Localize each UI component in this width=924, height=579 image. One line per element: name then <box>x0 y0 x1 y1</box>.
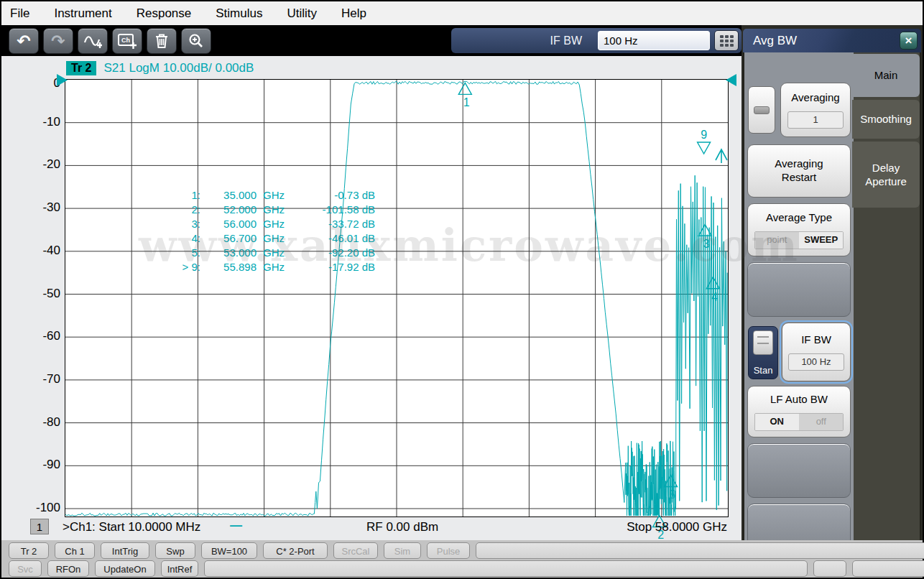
channel-status-line: 1 >Ch1: Start 10.0000 MHz — RF 0.00 dBm … <box>1 517 741 539</box>
trace-plot-svg: 123459 <box>65 80 728 517</box>
zoom-button[interactable] <box>181 28 211 54</box>
status-tab-svc[interactable]: Svc <box>9 560 42 577</box>
status-tab-ch-1[interactable]: Ch 1 <box>55 542 95 559</box>
vna-app-window: FileInstrumentResponseStimulusUtilityHel… <box>0 0 924 579</box>
marker-readout-cell: > 9: <box>172 261 200 275</box>
marker-readout-cell: 35.000 <box>200 189 257 203</box>
y-tick--10: -10 <box>23 115 60 129</box>
softkey-column: Averaging 1 AveragingRestart Average Typ… <box>744 52 854 559</box>
marker-readout-cell: 55.898 <box>200 261 257 275</box>
status-tab-rfon[interactable]: RFOn <box>47 560 89 577</box>
status-tab-srccal[interactable]: SrcCal <box>333 542 378 559</box>
add-channel-icon: Ch <box>117 32 137 50</box>
average-type-segmented: point SWEEP <box>754 231 844 249</box>
ifbw-softkey-value: 100 Hz <box>788 353 844 371</box>
ifbw-input[interactable]: 100 Hz <box>598 31 710 50</box>
lf-auto-bw-button[interactable]: LF Auto BW ON off <box>747 386 851 437</box>
ref-level-indicator-right-icon <box>726 74 736 86</box>
marker-readout-cell: GHz <box>257 246 292 261</box>
averaging-label: Averaging <box>791 91 839 105</box>
menu-item-file[interactable]: File <box>10 6 29 21</box>
ifbw-softkey-button[interactable]: IF BW 100 Hz <box>782 323 851 381</box>
panel-tab-main[interactable]: Main <box>852 54 920 97</box>
lf-auto-bw-option-off[interactable]: off <box>799 414 843 430</box>
marker-readout-cell: 52.000 <box>200 203 257 218</box>
channel-badge[interactable]: 1 <box>30 519 49 534</box>
status-segment-empty <box>476 542 924 559</box>
channel-start-label: >Ch1: Start 10.0000 MHz <box>63 520 200 534</box>
averaging-value: 1 <box>787 111 844 129</box>
averaging-button[interactable]: Averaging 1 <box>780 83 851 137</box>
menu-item-stimulus[interactable]: Stimulus <box>216 6 262 21</box>
ifbw-toolbar-group: IF BW 100 Hz <box>451 28 741 53</box>
marker-9-icon <box>698 142 711 154</box>
delete-button[interactable] <box>147 28 177 54</box>
softkey-blank-2 <box>747 443 851 498</box>
marker-5-label: 5 <box>669 488 675 501</box>
zoom-icon <box>188 32 205 50</box>
status-segment-empty <box>813 560 846 577</box>
redo-icon: ↷ <box>51 33 65 50</box>
lf-auto-bw-option-on[interactable]: ON <box>755 414 799 430</box>
undo-button[interactable]: ↶ <box>9 28 39 54</box>
averaging-toggle[interactable] <box>748 86 775 134</box>
status-tab-updateon[interactable]: UpdateOn <box>95 560 155 577</box>
marker-readout-table: 1:35.000GHz-0.73 dB2:52.000GHz-101.58 dB… <box>172 189 375 275</box>
y-tick--70: -70 <box>23 372 60 386</box>
marker-9[interactable]: 9 <box>698 129 711 154</box>
trace-badge[interactable]: Tr 2 <box>66 61 96 75</box>
plot-area: Tr 2 S21 LogM 10.00dB/ 0.00dB 0-10-20-30… <box>1 56 741 540</box>
marker-readout-cell: 2: <box>172 203 200 218</box>
status-tab-sim[interactable]: Sim <box>384 542 421 559</box>
keypad-button[interactable] <box>714 30 739 51</box>
average-type-option-point[interactable]: point <box>755 232 799 248</box>
menu-item-instrument[interactable]: Instrument <box>54 6 111 21</box>
stan-toggle[interactable]: Stan <box>748 326 778 379</box>
close-button[interactable]: × <box>900 32 918 50</box>
keypad-icon <box>720 35 734 47</box>
marker-1-label: 1 <box>463 96 470 108</box>
status-tab-pulse[interactable]: Pulse <box>427 542 470 559</box>
marker-readout-cell: 4: <box>172 232 200 246</box>
menu-item-response[interactable]: Response <box>137 6 192 21</box>
status-tab-swp[interactable]: Swp <box>155 542 195 559</box>
add-trace-button[interactable] <box>78 28 108 54</box>
ref-level-indicator-left-icon <box>57 74 68 86</box>
status-tab-inttrig[interactable]: IntTrig <box>101 542 149 559</box>
panel-tab-smoothing[interactable]: Smoothing <box>852 100 920 139</box>
y-tick--90: -90 <box>23 458 60 472</box>
status-tab-tr-2[interactable]: Tr 2 <box>9 542 49 559</box>
status-tab-intref[interactable]: IntRef <box>161 560 198 577</box>
marker-readout-cell: GHz <box>257 218 292 232</box>
status-tab-bw-100[interactable]: BW=100 <box>201 542 257 559</box>
softkey-blank-1 <box>747 262 851 317</box>
ifbw-toolbar-label: IF BW <box>550 34 582 47</box>
panel-tab-delay-aperture[interactable]: DelayAperture <box>852 142 920 208</box>
stop-frequency-label: Stop 58.0000 GHz <box>627 520 727 534</box>
svg-text:Ch: Ch <box>121 37 130 44</box>
marker-readout-cell: 56.700 <box>200 232 257 246</box>
menu-item-utility[interactable]: Utility <box>287 6 317 21</box>
y-tick--50: -50 <box>23 287 60 301</box>
average-type-button[interactable]: Average Type point SWEEP <box>747 203 851 256</box>
marker-readout-cell: 1: <box>172 189 200 203</box>
status-tab-row-2: SvcRFOnUpdateOnIntRef <box>1 560 923 578</box>
average-type-option-sweep[interactable]: SWEEP <box>799 232 843 248</box>
status-tab-row-1: Tr 2Ch 1IntTrigSwpBW=100C* 2-PortSrcCalS… <box>1 542 923 560</box>
marker-1[interactable]: 1 <box>458 83 471 108</box>
marker-1-icon <box>458 83 471 94</box>
marker-readout-cell: 56.000 <box>200 218 257 232</box>
averaging-restart-button[interactable]: AveragingRestart <box>747 144 851 198</box>
add-channel-button[interactable]: Ch <box>112 28 142 54</box>
redo-button[interactable]: ↷ <box>43 28 73 54</box>
average-type-label: Average Type <box>766 211 832 225</box>
undo-icon: ↶ <box>17 33 30 50</box>
status-tab-c-2-port[interactable]: C* 2-Port <box>263 542 328 559</box>
marker-9-label: 9 <box>701 129 707 141</box>
softkey-panel: Avg BW × Averaging 1 AveragingRestart Av… <box>741 25 923 540</box>
trace-measurement-label: S21 LogM 10.00dB/ 0.00dB <box>103 61 254 75</box>
menu-item-help[interactable]: Help <box>341 6 366 21</box>
marker-3-label: 3 <box>703 238 710 250</box>
toggle-knob-icon <box>754 106 770 114</box>
marker-readout-cell: -0.73 dB <box>292 189 375 203</box>
